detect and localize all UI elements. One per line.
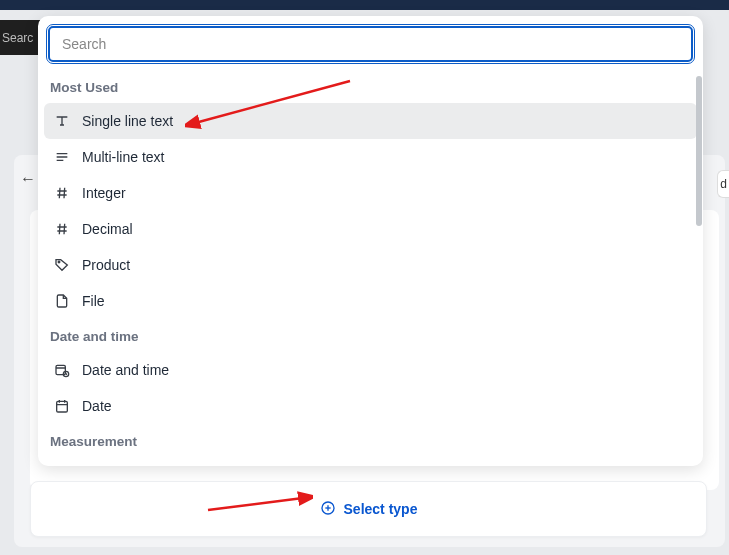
type-option[interactable]: Integer xyxy=(44,175,697,211)
type-option[interactable]: File xyxy=(44,283,697,319)
type-option[interactable]: Date and time xyxy=(44,352,697,388)
tag-icon xyxy=(54,257,70,273)
group-header: Most Used xyxy=(44,70,697,103)
calendar-clock-icon xyxy=(54,362,70,378)
type-option[interactable]: Single line text xyxy=(44,103,697,139)
type-option-label: Single line text xyxy=(82,113,173,129)
svg-line-9 xyxy=(59,224,60,235)
type-option-label: Multi-line text xyxy=(82,149,164,165)
svg-line-6 xyxy=(64,188,65,199)
type-option[interactable]: Multi-line text xyxy=(44,139,697,175)
file-icon xyxy=(54,293,70,309)
app-top-bar xyxy=(0,0,729,10)
search-wrap xyxy=(38,16,703,70)
scrollbar-thumb[interactable] xyxy=(696,76,702,226)
text-icon xyxy=(54,113,70,129)
svg-line-5 xyxy=(59,188,60,199)
type-option[interactable]: Product xyxy=(44,247,697,283)
plus-circle-icon xyxy=(320,500,336,519)
svg-rect-15 xyxy=(57,401,68,412)
calendar-icon xyxy=(54,398,70,414)
type-option-label: Product xyxy=(82,257,130,273)
svg-point-11 xyxy=(58,261,60,263)
hash-icon xyxy=(54,185,70,201)
bg-right-stub-button: d xyxy=(717,170,729,198)
select-type-card: Select type xyxy=(30,481,707,537)
group-header: Date and time xyxy=(44,319,697,352)
select-type-button[interactable]: Select type xyxy=(320,500,418,519)
hash-icon xyxy=(54,221,70,237)
search-input[interactable] xyxy=(48,26,693,62)
type-option-label: File xyxy=(82,293,105,309)
type-dropdown-panel: Most UsedSingle line textMulti-line text… xyxy=(38,16,703,466)
type-option-label: Decimal xyxy=(82,221,133,237)
svg-line-10 xyxy=(64,224,65,235)
select-type-label: Select type xyxy=(344,501,418,517)
lines-icon xyxy=(54,149,70,165)
bg-search-fragment: Searc xyxy=(0,20,40,55)
type-list-scroll[interactable]: Most UsedSingle line textMulti-line text… xyxy=(38,70,703,466)
group-header: Measurement xyxy=(44,424,697,457)
type-option[interactable]: Date xyxy=(44,388,697,424)
type-option-label: Date xyxy=(82,398,112,414)
type-option-label: Integer xyxy=(82,185,126,201)
type-option[interactable]: Decimal xyxy=(44,211,697,247)
type-option-label: Date and time xyxy=(82,362,169,378)
back-arrow-icon[interactable]: ← xyxy=(20,170,36,188)
